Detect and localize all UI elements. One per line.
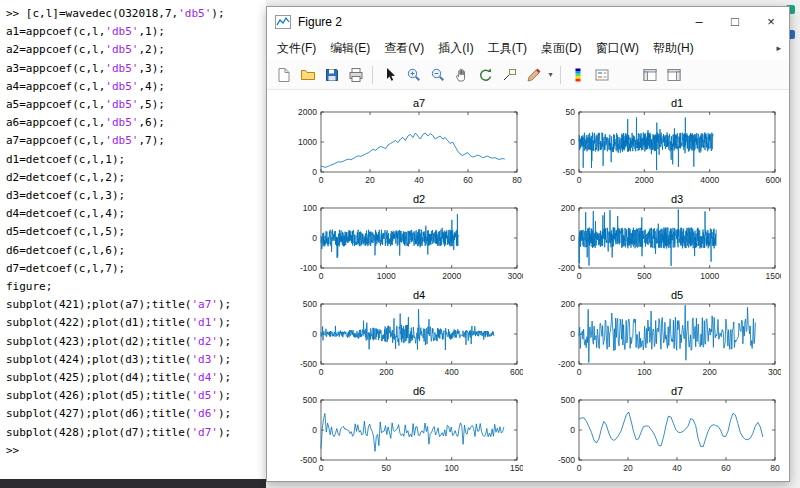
svg-text:2000: 2000	[298, 107, 317, 117]
command-window-text: >> [c,l]=wavedec(O32018,7,'db5'); a1=app…	[0, 0, 266, 460]
svg-text:100: 100	[303, 203, 317, 213]
insert-colorbar-icon[interactable]	[566, 63, 589, 86]
svg-text:2000: 2000	[635, 175, 654, 185]
svg-text:1500: 1500	[766, 271, 781, 281]
svg-text:0: 0	[319, 463, 324, 473]
svg-text:3000: 3000	[508, 271, 523, 281]
minimize-button[interactable]: –	[681, 7, 717, 36]
plot-area: a7020406080010002000 d10200040006000-500…	[267, 90, 789, 481]
svg-text:0: 0	[319, 367, 324, 377]
svg-text:d7: d7	[671, 385, 683, 397]
subplot-d5[interactable]: d50100200300-2000200	[539, 288, 781, 382]
svg-text:-500: -500	[300, 455, 317, 465]
menu-edit[interactable]: 编辑(E)	[323, 38, 377, 59]
svg-text:1000: 1000	[377, 271, 396, 281]
subplot-d6[interactable]: d6050100150-5000500	[281, 384, 523, 478]
edit-plot-arrow-icon[interactable]	[378, 63, 401, 86]
zoom-out-icon[interactable]	[426, 63, 449, 86]
svg-text:d4: d4	[413, 289, 425, 301]
svg-text:d6: d6	[413, 385, 425, 397]
svg-text:0: 0	[570, 137, 575, 147]
svg-text:200: 200	[561, 299, 575, 309]
svg-text:1000: 1000	[700, 271, 719, 281]
menu-tools[interactable]: 工具(T)	[481, 38, 534, 59]
subplot-d3[interactable]: d3050010001500-2000200	[539, 192, 781, 286]
new-figure-icon[interactable]	[272, 63, 295, 86]
svg-text:80: 80	[770, 463, 780, 473]
svg-text:60: 60	[463, 175, 473, 185]
menu-desktop[interactable]: 桌面(D)	[534, 38, 589, 59]
svg-text:20: 20	[623, 463, 633, 473]
rotate-3d-icon[interactable]	[474, 63, 497, 86]
svg-text:50: 50	[566, 107, 576, 117]
svg-text:0: 0	[319, 271, 324, 281]
brush-dropdown-icon[interactable]: ▾	[546, 70, 555, 79]
insert-legend-icon[interactable]	[590, 63, 613, 86]
svg-text:-200: -200	[558, 359, 575, 369]
data-cursor-icon[interactable]	[498, 63, 521, 86]
svg-text:600: 600	[510, 367, 523, 377]
svg-text:60: 60	[721, 463, 731, 473]
menu-overflow-icon[interactable]: ▸	[776, 43, 786, 53]
svg-text:100: 100	[637, 367, 651, 377]
svg-text:500: 500	[637, 271, 651, 281]
svg-text:d5: d5	[671, 289, 683, 301]
hide-plot-tools-icon[interactable]	[638, 63, 661, 86]
menu-window[interactable]: 窗口(W)	[589, 38, 646, 59]
toolbar-separator	[560, 66, 561, 84]
menu-help[interactable]: 帮助(H)	[646, 38, 701, 59]
svg-text:4000: 4000	[700, 175, 719, 185]
svg-text:-200: -200	[558, 263, 575, 273]
svg-text:500: 500	[303, 395, 317, 405]
menu-insert[interactable]: 插入(I)	[431, 38, 480, 59]
svg-text:150: 150	[510, 463, 523, 473]
svg-text:0: 0	[570, 329, 575, 339]
svg-text:100: 100	[445, 463, 459, 473]
svg-text:200: 200	[703, 367, 717, 377]
svg-text:0: 0	[312, 233, 317, 243]
pan-hand-icon[interactable]	[450, 63, 473, 86]
svg-text:0: 0	[319, 175, 324, 185]
svg-text:d1: d1	[671, 97, 683, 109]
svg-text:0: 0	[577, 367, 582, 377]
svg-text:40: 40	[672, 463, 682, 473]
open-folder-icon[interactable]	[296, 63, 319, 86]
menu-bar: 文件(F) 编辑(E) 查看(V) 插入(I) 工具(T) 桌面(D) 窗口(W…	[267, 36, 789, 60]
matlab-command-window[interactable]: >> [c,l]=wavedec(O32018,7,'db5'); a1=app…	[0, 0, 266, 479]
print-icon[interactable]	[344, 63, 367, 86]
brush-icon[interactable]	[522, 63, 545, 86]
svg-text:0: 0	[577, 271, 582, 281]
svg-text:200: 200	[379, 367, 393, 377]
menu-file[interactable]: 文件(F)	[270, 38, 323, 59]
svg-text:1000: 1000	[298, 137, 317, 147]
svg-text:0: 0	[577, 463, 582, 473]
svg-text:d3: d3	[671, 193, 683, 205]
svg-text:-100: -100	[300, 263, 317, 273]
figure-toolbar: ▾	[267, 60, 789, 90]
subplot-d1[interactable]: d10200040006000-50050	[539, 96, 781, 190]
svg-text:500: 500	[561, 395, 575, 405]
close-button[interactable]: ×	[753, 7, 789, 36]
svg-text:-500: -500	[558, 455, 575, 465]
svg-text:0: 0	[577, 175, 582, 185]
menu-view[interactable]: 查看(V)	[377, 38, 431, 59]
subplot-a7[interactable]: a7020406080010002000	[281, 96, 523, 190]
toolbar-separator	[372, 66, 373, 84]
maximize-button[interactable]: □	[717, 7, 753, 36]
figure-window: Figure 2 – □ × 文件(F) 编辑(E) 查看(V) 插入(I) 工…	[266, 6, 790, 482]
subplot-d2[interactable]: d20100020003000-1000100	[281, 192, 523, 286]
svg-text:d2: d2	[413, 193, 425, 205]
subplot-d4[interactable]: d40200400600-5000500	[281, 288, 523, 382]
svg-text:0: 0	[570, 233, 575, 243]
zoom-in-icon[interactable]	[402, 63, 425, 86]
figure-titlebar[interactable]: Figure 2 – □ ×	[267, 7, 789, 36]
figure-app-icon	[275, 15, 291, 29]
svg-text:0: 0	[312, 329, 317, 339]
save-icon[interactable]	[320, 63, 343, 86]
svg-text:0: 0	[570, 425, 575, 435]
show-plot-tools-icon[interactable]	[662, 63, 685, 86]
svg-text:2000: 2000	[442, 271, 461, 281]
subplot-d7[interactable]: d7020406080-5000500	[539, 384, 781, 478]
svg-text:-50: -50	[563, 167, 576, 177]
svg-text:300: 300	[768, 367, 781, 377]
